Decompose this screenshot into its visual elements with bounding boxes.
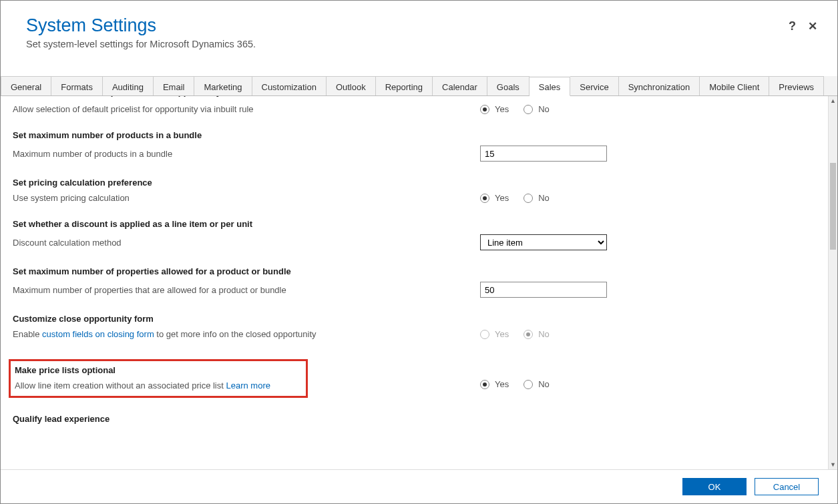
control-price-list-optional: Yes No bbox=[480, 379, 654, 389]
row-close-opp: Enable custom fields on closing form to … bbox=[13, 329, 828, 339]
tab-synchronization[interactable]: Synchronization bbox=[619, 76, 700, 95]
tab-email[interactable]: Email bbox=[154, 76, 195, 95]
section-pricing-pref-heading: Set pricing calculation preference bbox=[13, 178, 828, 188]
control-default-pricelist: Yes No bbox=[480, 104, 654, 114]
highlight-price-list-optional: Make price lists optional Allow line ite… bbox=[9, 359, 308, 398]
radio-pricing-pref-no[interactable]: No bbox=[523, 193, 550, 203]
cancel-button[interactable]: Cancel bbox=[755, 478, 819, 495]
radio-label-yes: Yes bbox=[495, 193, 509, 203]
header-actions: ? ✕ bbox=[789, 19, 817, 33]
scrollbar-thumb[interactable] bbox=[830, 163, 836, 250]
help-icon[interactable]: ? bbox=[789, 19, 796, 33]
label-price-list-optional: Allow line item creation without an asso… bbox=[15, 381, 302, 391]
tab-formats[interactable]: Formats bbox=[51, 76, 103, 95]
section-qualify-lead-heading: Qualify lead experience bbox=[13, 414, 828, 424]
tab-outlook[interactable]: Outlook bbox=[327, 76, 376, 95]
radio-label-no: No bbox=[538, 379, 550, 389]
label-discount: Discount calculation method bbox=[13, 238, 480, 248]
radio-pricing-pref-yes[interactable]: Yes bbox=[480, 193, 509, 203]
tab-mobile-client[interactable]: Mobile Client bbox=[700, 76, 769, 95]
radio-label-yes: Yes bbox=[495, 329, 509, 339]
scrollbar-up-icon[interactable]: ▲ bbox=[829, 96, 837, 105]
section-discount-heading: Set whether a discount is applied as a l… bbox=[13, 219, 828, 229]
radio-price-list-optional-yes[interactable]: Yes bbox=[480, 379, 509, 389]
tab-previews[interactable]: Previews bbox=[769, 76, 824, 95]
link-custom-fields[interactable]: custom fields on closing form bbox=[42, 329, 154, 339]
radio-label-no: No bbox=[538, 193, 550, 203]
control-max-bundle bbox=[480, 146, 654, 162]
price-list-optional-desc: Allow line item creation without an asso… bbox=[15, 381, 226, 391]
row-max-bundle: Maximum number of products in a bundle bbox=[13, 146, 828, 162]
radio-close-opp-yes: Yes bbox=[480, 329, 509, 339]
row-discount: Discount calculation method Line item bbox=[13, 234, 828, 250]
scrollbar-down-icon[interactable]: ▼ bbox=[829, 460, 837, 469]
select-discount-method[interactable]: Line item bbox=[480, 234, 607, 250]
radio-label-yes: Yes bbox=[495, 104, 509, 114]
radio-label-yes: Yes bbox=[495, 379, 509, 389]
section-default-pricelist-heading: Set whether the default pricelist for an… bbox=[13, 96, 828, 99]
input-max-bundle[interactable] bbox=[480, 146, 607, 162]
radio-price-list-optional-no[interactable]: No bbox=[523, 379, 550, 389]
vertical-scrollbar[interactable]: ▲ ▼ bbox=[828, 96, 837, 469]
radio-default-pricelist-yes[interactable]: Yes bbox=[480, 104, 509, 114]
content-area: Set whether the default pricelist for an… bbox=[1, 96, 837, 470]
page-title: System Settings bbox=[26, 15, 817, 36]
radio-label-no: No bbox=[538, 104, 550, 114]
section-max-bundle-heading: Set maximum number of products in a bund… bbox=[13, 130, 828, 140]
label-max-bundle: Maximum number of products in a bundle bbox=[13, 149, 480, 159]
tab-general[interactable]: General bbox=[1, 76, 51, 95]
ok-button[interactable]: OK bbox=[682, 478, 747, 495]
tab-strip: General Formats Auditing Email Marketing… bbox=[1, 76, 837, 96]
label-pricing-pref: Use system pricing calculation bbox=[13, 193, 480, 203]
radio-close-opp-no: No bbox=[523, 329, 550, 339]
control-close-opp: Yes No bbox=[480, 329, 654, 339]
radio-default-pricelist-no[interactable]: No bbox=[523, 104, 550, 114]
radio-label-no: No bbox=[538, 329, 550, 339]
tab-customization[interactable]: Customization bbox=[252, 76, 327, 95]
tab-reporting[interactable]: Reporting bbox=[376, 76, 433, 95]
section-price-list-optional-heading: Make price lists optional bbox=[15, 365, 302, 375]
row-default-pricelist: Allow selection of default pricelist for… bbox=[13, 104, 828, 114]
close-opp-prefix: Enable bbox=[13, 329, 42, 339]
tab-goals[interactable]: Goals bbox=[487, 76, 530, 95]
close-icon[interactable]: ✕ bbox=[808, 19, 817, 33]
tab-sales[interactable]: Sales bbox=[530, 77, 571, 96]
label-close-opp: Enable custom fields on closing form to … bbox=[13, 329, 480, 339]
label-price-list-optional-wrap: Make price lists optional Allow line ite… bbox=[13, 359, 480, 398]
input-max-properties[interactable] bbox=[480, 282, 607, 298]
tab-calendar[interactable]: Calendar bbox=[433, 76, 487, 95]
link-learn-more[interactable]: Learn more bbox=[226, 381, 270, 391]
section-max-properties-heading: Set maximum number of properties allowed… bbox=[13, 266, 828, 276]
dialog-footer: OK Cancel bbox=[1, 470, 837, 503]
page-subtitle: Set system-level settings for Microsoft … bbox=[26, 39, 817, 49]
settings-panel: Set whether the default pricelist for an… bbox=[1, 96, 828, 469]
tab-marketing[interactable]: Marketing bbox=[194, 76, 252, 95]
row-pricing-pref: Use system pricing calculation Yes No bbox=[13, 193, 828, 203]
close-opp-suffix: to get more info on the closed opportuni… bbox=[154, 329, 317, 339]
dialog-header: System Settings Set system-level setting… bbox=[1, 1, 837, 56]
tab-auditing[interactable]: Auditing bbox=[103, 76, 154, 95]
row-price-list-optional: Make price lists optional Allow line ite… bbox=[13, 359, 828, 398]
label-default-pricelist: Allow selection of default pricelist for… bbox=[13, 104, 480, 114]
section-close-opp-heading: Customize close opportunity form bbox=[13, 314, 828, 324]
row-max-properties: Maximum number of properties that are al… bbox=[13, 282, 828, 298]
label-max-properties: Maximum number of properties that are al… bbox=[13, 285, 480, 295]
tab-service[interactable]: Service bbox=[570, 76, 618, 95]
system-settings-dialog: System Settings Set system-level setting… bbox=[0, 0, 838, 504]
control-pricing-pref: Yes No bbox=[480, 193, 654, 203]
control-discount: Line item bbox=[480, 234, 654, 250]
control-max-properties bbox=[480, 282, 654, 298]
